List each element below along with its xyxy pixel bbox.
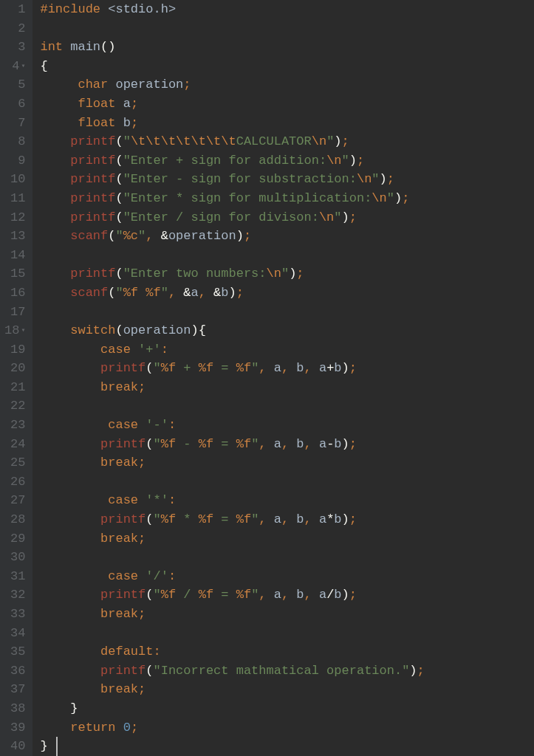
code-editor[interactable]: 1 2 3 4▾ 5 6 7 8 9 10 11 12 13 14 15 16 … [0, 0, 534, 756]
code-line[interactable]: printf("\t\t\t\t\t\t\tCALCULATOR\n"); [40, 132, 424, 151]
line-number: 18▾ [4, 321, 25, 340]
code-line[interactable]: } [40, 699, 424, 718]
code-line[interactable]: printf("%f / %f = %f", a, b, a/b); [40, 585, 424, 605]
line-number: 38 [4, 699, 25, 718]
code-line[interactable] [40, 472, 424, 492]
line-number: 20 [4, 359, 25, 378]
line-number: 34 [4, 624, 25, 643]
line-number: 29 [4, 529, 25, 549]
line-number: 19 [4, 340, 25, 360]
code-line[interactable] [40, 19, 424, 38]
code-line[interactable]: break; [40, 605, 424, 624]
code-line[interactable]: float b; [40, 114, 424, 133]
code-line[interactable]: case '/': [40, 567, 424, 586]
code-line[interactable]: float a; [40, 94, 424, 114]
line-number: 30 [4, 548, 25, 567]
code-line[interactable]: case '-': [40, 416, 424, 435]
code-line[interactable]: int main() [40, 38, 424, 57]
line-number-gutter: 1 2 3 4▾ 5 6 7 8 9 10 11 12 13 14 15 16 … [0, 0, 32, 756]
line-number: 6 [4, 94, 25, 114]
line-number: 2 [4, 19, 25, 38]
line-number: 8 [4, 132, 25, 151]
line-number: 26 [4, 472, 25, 492]
code-line[interactable]: break; [40, 680, 424, 699]
fold-icon[interactable]: ▾ [21, 321, 25, 340]
code-line[interactable]: printf("%f * %f = %f", a, b, a*b); [40, 510, 424, 529]
code-line[interactable]: printf("Enter two numbers:\n"); [40, 264, 424, 284]
code-line[interactable]: printf("Enter - sign for substraction:\n… [40, 170, 424, 189]
line-number: 32 [4, 585, 25, 605]
code-line[interactable]: break; [40, 378, 424, 397]
line-number: 25 [4, 453, 25, 472]
code-line[interactable]: char operation; [40, 75, 424, 94]
line-number: 10 [4, 170, 25, 189]
line-number: 33 [4, 605, 25, 624]
line-number: 23 [4, 416, 25, 435]
line-number: 39 [4, 718, 25, 738]
line-number: 13 [4, 227, 25, 246]
line-number: 9 [4, 151, 25, 171]
code-line[interactable] [40, 303, 424, 322]
code-line[interactable] [40, 548, 424, 567]
code-line[interactable]: { [40, 57, 424, 76]
line-number: 31 [4, 567, 25, 586]
line-number: 27 [4, 491, 25, 510]
code-line[interactable]: printf("Enter * sign for multiplication:… [40, 189, 424, 208]
line-number: 36 [4, 662, 25, 681]
code-line[interactable]: default: [40, 642, 424, 662]
line-number: 35 [4, 642, 25, 662]
line-number: 21 [4, 378, 25, 397]
line-number: 17 [4, 303, 25, 322]
code-line[interactable]: printf("%f - %f = %f", a, b, a-b); [40, 435, 424, 454]
line-number: 24 [4, 435, 25, 454]
line-number: 4▾ [4, 57, 25, 76]
code-line[interactable]: case '*': [40, 491, 424, 510]
code-line[interactable] [40, 246, 424, 265]
code-line[interactable]: printf("Incorrect mathmatical operation.… [40, 662, 424, 681]
code-line[interactable]: } [40, 737, 424, 756]
line-number: 37 [4, 680, 25, 699]
text-cursor [56, 737, 58, 756]
code-line[interactable]: case '+': [40, 340, 424, 360]
code-line[interactable]: printf("%f + %f = %f", a, b, a+b); [40, 359, 424, 378]
line-number: 3 [4, 38, 25, 57]
code-line[interactable]: printf("Enter / sign for divison:\n"); [40, 208, 424, 227]
line-number: 15 [4, 264, 25, 284]
line-number: 11 [4, 189, 25, 208]
line-number: 5 [4, 75, 25, 94]
line-number: 14 [4, 246, 25, 265]
fold-icon[interactable]: ▾ [21, 57, 25, 76]
code-line[interactable] [40, 624, 424, 643]
code-line[interactable]: printf("Enter + sign for addition:\n"); [40, 151, 424, 171]
code-line[interactable]: return 0; [40, 718, 424, 738]
code-area[interactable]: #include <stdio.h>int main(){ char opera… [32, 0, 424, 756]
code-line[interactable]: break; [40, 453, 424, 472]
line-number: 28 [4, 510, 25, 529]
code-line[interactable]: scanf("%f %f", &a, &b); [40, 284, 424, 303]
line-number: 7 [4, 114, 25, 133]
code-line[interactable]: #include <stdio.h> [40, 0, 424, 19]
code-line[interactable] [40, 396, 424, 416]
line-number: 1 [4, 0, 25, 19]
line-number: 22 [4, 396, 25, 416]
code-line[interactable]: switch(operation){ [40, 321, 424, 340]
code-line[interactable]: scanf("%c", &operation); [40, 227, 424, 246]
code-line[interactable]: break; [40, 529, 424, 549]
line-number: 16 [4, 284, 25, 303]
line-number: 40 [4, 737, 25, 756]
line-number: 12 [4, 208, 25, 227]
